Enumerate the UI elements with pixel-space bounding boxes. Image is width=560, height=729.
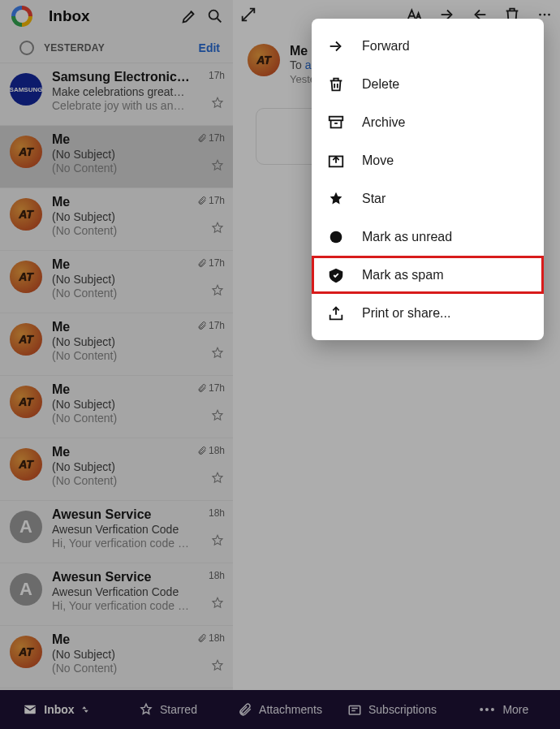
menu-item-label: Star	[362, 192, 386, 206]
menu-item-spam[interactable]: Mark as spam	[312, 256, 544, 294]
archive-icon	[326, 113, 346, 132]
menu-item-label: Print or share...	[362, 306, 450, 321]
spam-icon	[326, 265, 346, 285]
unread-icon	[326, 227, 346, 247]
star-icon	[326, 189, 346, 209]
svg-point-8	[330, 231, 342, 243]
menu-item-label: Forward	[362, 39, 410, 54]
forward-icon	[326, 37, 346, 56]
menu-item-label: Mark as unread	[362, 230, 452, 244]
print-icon	[326, 304, 346, 323]
delete-icon	[326, 75, 346, 94]
menu-item-label: Move	[362, 153, 394, 168]
svg-rect-6	[330, 116, 343, 120]
menu-item-label: Archive	[362, 115, 405, 130]
menu-item-star[interactable]: Star	[312, 179, 544, 218]
menu-item-label: Delete	[362, 77, 399, 92]
menu-item-move[interactable]: Move	[312, 141, 544, 179]
menu-item-archive[interactable]: Archive	[312, 103, 544, 141]
move-icon	[326, 151, 346, 170]
context-menu: ForwardDeleteArchiveMoveStarMark as unre…	[312, 19, 544, 340]
menu-item-label: Mark as spam	[362, 268, 443, 283]
menu-item-print[interactable]: Print or share...	[312, 294, 544, 332]
menu-item-delete[interactable]: Delete	[312, 65, 544, 103]
menu-item-unread[interactable]: Mark as unread	[312, 218, 544, 256]
menu-item-forward[interactable]: Forward	[312, 27, 544, 65]
